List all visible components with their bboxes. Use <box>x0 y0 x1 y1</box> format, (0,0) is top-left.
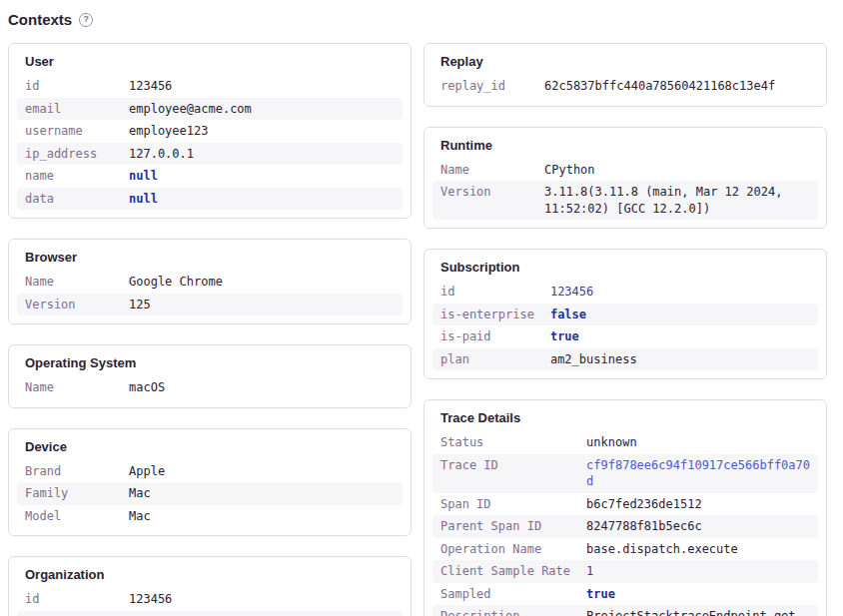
key-value-row: Brand Apple <box>17 460 403 483</box>
card-title: Runtime <box>440 138 810 153</box>
card-title: User <box>25 54 395 69</box>
row-key: is-paid <box>432 325 542 348</box>
key-value-table: Name macOS <box>17 376 403 399</box>
row-key: id <box>432 281 542 304</box>
row-key: Description <box>432 605 578 616</box>
row-value-text: Apple <box>129 464 165 478</box>
key-value-row: Client Sample Rate 1 <box>432 560 818 583</box>
row-value: 3.11.8(3.11.8 (main, Mar 12 2024, 11:52:… <box>536 181 818 220</box>
row-value: am2_business <box>542 348 818 371</box>
row-value: Google Chrome <box>121 271 403 294</box>
row-value: macOS <box>121 376 403 399</box>
key-value-table: replay_id 62c5837bffc440a78560421168c13e… <box>432 75 818 98</box>
row-key: id <box>17 588 121 611</box>
key-value-row: Description ProjectStacktraceEndpoint.ge… <box>432 605 818 616</box>
key-value-row: plan am2_business <box>432 348 818 371</box>
row-value-text: 125 <box>129 298 151 311</box>
row-value-text: true <box>550 329 579 343</box>
row-value-text: true <box>586 587 615 601</box>
row-value: b6c7fed236de1512 <box>578 493 818 516</box>
row-value: 1 <box>578 560 818 583</box>
key-value-row: Version 125 <box>17 294 403 316</box>
row-value: 62c5837bffc440a78560421168c13e4f <box>536 75 818 98</box>
row-key: Status <box>432 431 578 454</box>
row-value: true <box>542 325 818 348</box>
key-value-row: Status unknown <box>432 431 818 454</box>
key-value-table: Name Google Chrome Version 125 <box>17 271 403 315</box>
row-key: Name <box>432 159 536 182</box>
row-value: 123456 <box>121 588 403 611</box>
row-value-text: 3.11.8(3.11.8 (main, Mar 12 2024, 11:52:… <box>544 185 782 216</box>
trace-id-link[interactable]: cf9f878ee6c94f10917ce566bff0a70d <box>586 458 810 489</box>
key-value-row: replay_id 62c5837bffc440a78560421168c13e… <box>432 75 818 98</box>
row-value: base.dispatch.execute <box>578 538 818 561</box>
help-icon[interactable]: ? <box>79 13 93 27</box>
key-value-row: Model Mac <box>17 505 403 528</box>
card-title: Operating System <box>25 355 395 370</box>
row-value-text: unknown <box>586 435 637 449</box>
key-value-row: Operation Name base.dispatch.execute <box>432 538 818 561</box>
row-key: slug <box>17 611 121 616</box>
row-value: employee@acme.com <box>121 98 403 121</box>
page-title: Contexts <box>8 11 72 28</box>
row-value-text: 123456 <box>550 285 593 299</box>
row-key: replay_id <box>432 75 536 98</box>
row-key: Parent Span ID <box>432 515 578 538</box>
row-key: is-enterprise <box>432 304 542 326</box>
context-card-device: Device Brand Apple Family Mac Model Mac <box>8 428 412 537</box>
row-key: Name <box>17 376 121 399</box>
key-value-table: id 123456 slug acme <box>17 588 403 616</box>
row-key: Client Sample Rate <box>432 560 578 583</box>
row-key: Version <box>432 181 536 220</box>
context-card-replay: Replay replay_id 62c5837bffc440a78560421… <box>423 43 827 107</box>
row-key: Name <box>17 271 121 294</box>
row-value: 125 <box>121 294 403 316</box>
row-key: Model <box>17 505 121 528</box>
row-value-text: false <box>550 308 586 321</box>
row-value-text: macOS <box>129 380 165 394</box>
context-card-subscription: Subscription id 123456 is-enterprise fal… <box>423 249 827 379</box>
key-value-row: id 123456 <box>432 281 818 304</box>
key-value-table: id 123456 email employee@acme.com userna… <box>17 75 403 210</box>
contexts-section: Contexts ? User id 123456 email employee… <box>8 11 827 616</box>
key-value-row: Parent Span ID 8247788f81b5ec6c <box>432 515 818 538</box>
row-key: name <box>17 165 121 188</box>
row-value-text: 123456 <box>129 79 172 93</box>
row-key: Version <box>17 294 121 316</box>
card-title: Device <box>25 439 395 454</box>
key-value-row: email employee@acme.com <box>17 98 403 121</box>
row-value-text: base.dispatch.execute <box>586 542 738 556</box>
row-value: cf9f878ee6c94f10917ce566bff0a70d <box>578 454 818 493</box>
key-value-table: Status unknown Trace ID cf9f878ee6c94f10… <box>432 431 818 616</box>
key-value-row: username employee123 <box>17 120 403 143</box>
card-title: Replay <box>440 54 810 69</box>
context-card-runtime: Runtime Name CPython Version 3.11.8(3.11… <box>423 127 827 230</box>
card-title: Trace Details <box>440 410 810 425</box>
context-card-operating-system: Operating System Name macOS <box>8 344 412 408</box>
row-value: Mac <box>121 505 403 528</box>
row-key: Trace ID <box>432 454 578 493</box>
row-value-text: Mac <box>129 509 151 523</box>
row-value: employee123 <box>121 120 403 143</box>
key-value-row: Span ID b6c7fed236de1512 <box>432 493 818 516</box>
row-value: unknown <box>578 431 818 454</box>
key-value-table: Name CPython Version 3.11.8(3.11.8 (main… <box>432 159 818 221</box>
row-value: CPython <box>536 159 818 182</box>
card-title: Subscription <box>440 260 810 275</box>
row-value: 123456 <box>542 281 818 304</box>
key-value-row: name null <box>17 165 403 188</box>
row-value: 8247788f81b5ec6c <box>578 515 818 538</box>
row-value-text: Google Chrome <box>129 275 223 289</box>
key-value-row: Name CPython <box>432 159 818 182</box>
row-value-text: 123456 <box>129 592 172 606</box>
row-value: 123456 <box>121 75 403 98</box>
row-value: null <box>121 165 403 188</box>
card-title: Organization <box>25 567 395 582</box>
key-value-row: Trace ID cf9f878ee6c94f10917ce566bff0a70… <box>432 454 818 493</box>
key-value-row: is-enterprise false <box>432 304 818 326</box>
row-value-text: null <box>129 169 158 183</box>
row-value: false <box>542 304 818 326</box>
row-value: null <box>121 188 403 211</box>
row-key: Brand <box>17 460 121 483</box>
key-value-row: slug acme <box>17 611 403 616</box>
